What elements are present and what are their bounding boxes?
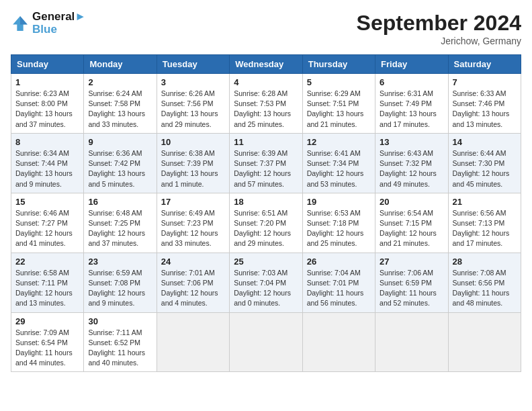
table-row: 25Sunrise: 7:03 AMSunset: 7:04 PMDayligh… bbox=[230, 253, 302, 312]
day-info: Sunrise: 6:26 AMSunset: 7:56 PMDaylight:… bbox=[161, 89, 225, 130]
day-number: 24 bbox=[161, 257, 225, 267]
table-row: 28Sunrise: 7:08 AMSunset: 6:56 PMDayligh… bbox=[448, 253, 521, 312]
col-saturday: Saturday bbox=[448, 55, 521, 74]
table-row: 30Sunrise: 7:11 AMSunset: 6:52 PMDayligh… bbox=[84, 312, 157, 372]
location: Jerichow, Germany bbox=[357, 36, 521, 46]
day-info: Sunrise: 6:28 AMSunset: 7:53 PMDaylight:… bbox=[234, 89, 298, 130]
day-info: Sunrise: 6:59 AMSunset: 7:08 PMDaylight:… bbox=[88, 268, 152, 309]
calendar-header-row: Sunday Monday Tuesday Wednesday Thursday… bbox=[11, 55, 521, 74]
table-row: 4Sunrise: 6:28 AMSunset: 7:53 PMDaylight… bbox=[230, 74, 302, 134]
day-info: Sunrise: 6:56 AMSunset: 7:13 PMDaylight:… bbox=[453, 208, 517, 249]
month-title: September 2024 bbox=[357, 11, 521, 36]
day-number: 29 bbox=[15, 316, 79, 326]
day-number: 22 bbox=[15, 257, 79, 267]
table-row: 7Sunrise: 6:33 AMSunset: 7:46 PMDaylight… bbox=[448, 74, 521, 134]
day-number: 5 bbox=[307, 77, 371, 87]
day-number: 7 bbox=[453, 77, 517, 87]
day-number: 1 bbox=[15, 77, 79, 87]
table-row: 9Sunrise: 6:36 AMSunset: 7:42 PMDaylight… bbox=[84, 133, 157, 193]
day-number: 3 bbox=[161, 77, 225, 87]
day-info: Sunrise: 6:31 AMSunset: 7:49 PMDaylight:… bbox=[380, 89, 443, 130]
day-number: 20 bbox=[380, 197, 443, 207]
table-row: 10Sunrise: 6:38 AMSunset: 7:39 PMDayligh… bbox=[157, 133, 229, 193]
table-row: 29Sunrise: 7:09 AMSunset: 6:54 PMDayligh… bbox=[11, 312, 84, 372]
table-row: 22Sunrise: 6:58 AMSunset: 7:11 PMDayligh… bbox=[11, 253, 84, 312]
col-wednesday: Wednesday bbox=[230, 55, 302, 74]
table-row: 1Sunrise: 6:23 AMSunset: 8:00 PMDaylight… bbox=[11, 74, 84, 134]
title-block: September 2024 Jerichow, Germany bbox=[357, 11, 521, 46]
day-number: 21 bbox=[453, 197, 517, 207]
table-row: 19Sunrise: 6:53 AMSunset: 7:18 PMDayligh… bbox=[302, 193, 375, 253]
day-info: Sunrise: 7:11 AMSunset: 6:52 PMDaylight:… bbox=[88, 328, 152, 369]
col-sunday: Sunday bbox=[11, 55, 84, 74]
table-row: 13Sunrise: 6:43 AMSunset: 7:32 PMDayligh… bbox=[375, 133, 448, 193]
table-row: 5Sunrise: 6:29 AMSunset: 7:51 PMDaylight… bbox=[302, 74, 375, 134]
calendar-week-row: 22Sunrise: 6:58 AMSunset: 7:11 PMDayligh… bbox=[11, 253, 521, 312]
day-number: 6 bbox=[380, 77, 443, 87]
table-row: 6Sunrise: 6:31 AMSunset: 7:49 PMDaylight… bbox=[375, 74, 448, 134]
day-number: 30 bbox=[88, 316, 152, 326]
day-info: Sunrise: 6:23 AMSunset: 8:00 PMDaylight:… bbox=[15, 89, 79, 130]
day-info: Sunrise: 6:36 AMSunset: 7:42 PMDaylight:… bbox=[88, 148, 152, 189]
table-row: 11Sunrise: 6:39 AMSunset: 7:37 PMDayligh… bbox=[230, 133, 302, 193]
col-tuesday: Tuesday bbox=[157, 55, 229, 74]
day-number: 13 bbox=[380, 137, 443, 147]
table-row bbox=[448, 312, 521, 372]
table-row: 23Sunrise: 6:59 AMSunset: 7:08 PMDayligh… bbox=[84, 253, 157, 312]
col-thursday: Thursday bbox=[302, 55, 375, 74]
day-info: Sunrise: 6:38 AMSunset: 7:39 PMDaylight:… bbox=[161, 148, 225, 189]
logo-icon bbox=[11, 14, 30, 33]
day-info: Sunrise: 6:33 AMSunset: 7:46 PMDaylight:… bbox=[453, 89, 517, 130]
calendar-week-row: 29Sunrise: 7:09 AMSunset: 6:54 PMDayligh… bbox=[11, 312, 521, 372]
day-number: 25 bbox=[234, 257, 298, 267]
calendar-week-row: 8Sunrise: 6:34 AMSunset: 7:44 PMDaylight… bbox=[11, 133, 521, 193]
day-info: Sunrise: 6:34 AMSunset: 7:44 PMDaylight:… bbox=[15, 148, 79, 189]
day-number: 8 bbox=[15, 137, 79, 147]
day-number: 14 bbox=[453, 137, 517, 147]
day-number: 11 bbox=[234, 137, 298, 147]
calendar-week-row: 1Sunrise: 6:23 AMSunset: 8:00 PMDaylight… bbox=[11, 74, 521, 134]
day-info: Sunrise: 7:08 AMSunset: 6:56 PMDaylight:… bbox=[453, 268, 517, 309]
table-row: 15Sunrise: 6:46 AMSunset: 7:27 PMDayligh… bbox=[11, 193, 84, 253]
table-row: 2Sunrise: 6:24 AMSunset: 7:58 PMDaylight… bbox=[84, 74, 157, 134]
day-info: Sunrise: 6:48 AMSunset: 7:25 PMDaylight:… bbox=[88, 208, 152, 249]
table-row: 8Sunrise: 6:34 AMSunset: 7:44 PMDaylight… bbox=[11, 133, 84, 193]
table-row: 14Sunrise: 6:44 AMSunset: 7:30 PMDayligh… bbox=[448, 133, 521, 193]
day-info: Sunrise: 7:01 AMSunset: 7:06 PMDaylight:… bbox=[161, 268, 225, 309]
table-row bbox=[230, 312, 302, 372]
calendar-week-row: 15Sunrise: 6:46 AMSunset: 7:27 PMDayligh… bbox=[11, 193, 521, 253]
day-number: 23 bbox=[88, 257, 152, 267]
day-info: Sunrise: 6:49 AMSunset: 7:23 PMDaylight:… bbox=[161, 208, 225, 249]
table-row: 12Sunrise: 6:41 AMSunset: 7:34 PMDayligh… bbox=[302, 133, 375, 193]
day-info: Sunrise: 6:29 AMSunset: 7:51 PMDaylight:… bbox=[307, 89, 371, 130]
table-row: 24Sunrise: 7:01 AMSunset: 7:06 PMDayligh… bbox=[157, 253, 229, 312]
day-info: Sunrise: 7:04 AMSunset: 7:01 PMDaylight:… bbox=[307, 268, 371, 309]
day-number: 28 bbox=[453, 257, 517, 267]
calendar-table: Sunday Monday Tuesday Wednesday Thursday… bbox=[11, 54, 521, 372]
day-number: 12 bbox=[307, 137, 371, 147]
day-number: 27 bbox=[380, 257, 443, 267]
logo-text: General► Blue bbox=[32, 11, 86, 36]
day-info: Sunrise: 7:09 AMSunset: 6:54 PMDaylight:… bbox=[15, 328, 79, 369]
table-row: 17Sunrise: 6:49 AMSunset: 7:23 PMDayligh… bbox=[157, 193, 229, 253]
logo: General► Blue bbox=[11, 11, 86, 36]
col-friday: Friday bbox=[375, 55, 448, 74]
day-info: Sunrise: 7:06 AMSunset: 6:59 PMDaylight:… bbox=[380, 268, 443, 309]
day-info: Sunrise: 6:44 AMSunset: 7:30 PMDaylight:… bbox=[453, 148, 517, 189]
table-row: 18Sunrise: 6:51 AMSunset: 7:20 PMDayligh… bbox=[230, 193, 302, 253]
day-number: 9 bbox=[88, 137, 152, 147]
table-row: 26Sunrise: 7:04 AMSunset: 7:01 PMDayligh… bbox=[302, 253, 375, 312]
day-number: 16 bbox=[88, 197, 152, 207]
day-info: Sunrise: 6:53 AMSunset: 7:18 PMDaylight:… bbox=[307, 208, 371, 249]
table-row: 27Sunrise: 7:06 AMSunset: 6:59 PMDayligh… bbox=[375, 253, 448, 312]
table-row: 16Sunrise: 6:48 AMSunset: 7:25 PMDayligh… bbox=[84, 193, 157, 253]
day-number: 4 bbox=[234, 77, 298, 87]
day-number: 10 bbox=[161, 137, 225, 147]
table-row bbox=[375, 312, 448, 372]
page-header: General► Blue September 2024 Jerichow, G… bbox=[11, 11, 521, 46]
day-number: 19 bbox=[307, 197, 371, 207]
day-info: Sunrise: 6:24 AMSunset: 7:58 PMDaylight:… bbox=[88, 89, 152, 130]
svg-marker-1 bbox=[20, 16, 28, 24]
table-row: 20Sunrise: 6:54 AMSunset: 7:15 PMDayligh… bbox=[375, 193, 448, 253]
table-row: 21Sunrise: 6:56 AMSunset: 7:13 PMDayligh… bbox=[448, 193, 521, 253]
